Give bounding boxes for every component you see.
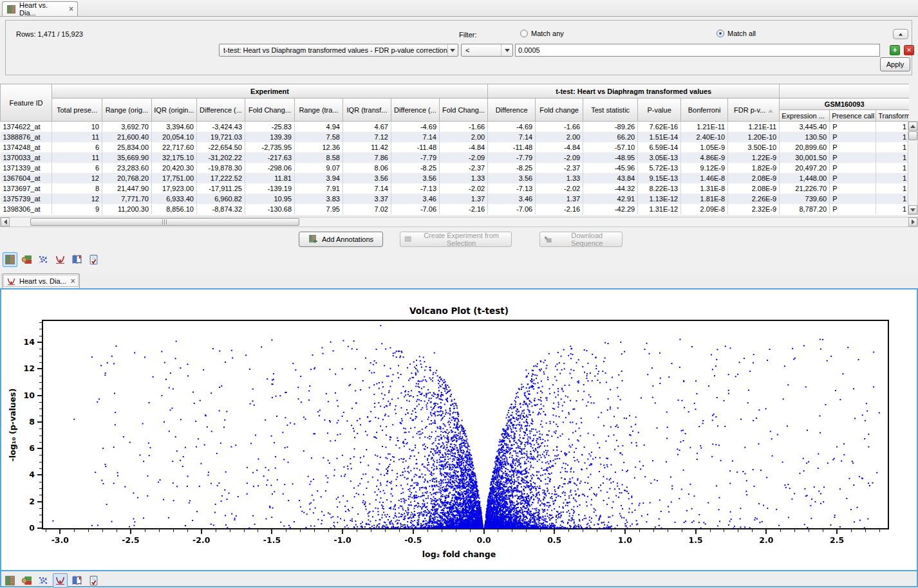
table-row[interactable]: 1374248_at625,834.0022,717.60-22,654.50-… [1,142,910,152]
vertical-scroll-thumb[interactable] [908,131,917,140]
y-major-tick [37,421,42,423]
y-tick-label: 6 [17,443,35,453]
x-minor-tick [794,529,795,532]
x-major-tick [59,529,61,534]
experiment-icon[interactable] [19,573,34,588]
history-book-icon[interactable] [70,252,84,267]
table-cell: 3.56 [488,173,536,183]
match-all-radio[interactable]: Match all [717,30,756,37]
x-tick-label: 0.0 [470,535,498,545]
volcano-plot-icon[interactable] [53,573,68,588]
scatter-plot-icon[interactable] [36,252,51,267]
x-minor-tick [145,529,145,532]
create-experiment-icon [404,235,412,244]
column-header[interactable]: Test statistic [583,98,638,122]
y-major-tick [37,342,42,343]
column-header[interactable]: Difference (... [391,98,440,122]
table-row[interactable]: 1371339_at623,283.6020,420.30-19,878.30-… [1,163,910,173]
history-book-icon[interactable] [70,573,84,588]
table-cell: -4.84 [536,142,583,152]
element-info-icon[interactable] [86,252,101,267]
column-header[interactable]: FDR p-v... [728,98,780,122]
column-header[interactable]: Transform... [876,110,909,122]
tab-volcano-plot[interactable]: Heart vs. Dia... × [2,273,80,288]
scroll-up-button[interactable] [908,122,917,131]
column-header-feature-id[interactable]: Feature ID [1,84,52,122]
apply-filter-button[interactable]: Apply [880,57,910,71]
volcano-plot-icon[interactable] [53,252,68,267]
table-row[interactable]: 1370033_at1135,669.9032,175.10-31,202.22… [1,152,910,163]
column-header[interactable]: Range (tra... [295,98,343,122]
x-major-tick [483,529,485,534]
add-filter-button[interactable]: + [890,45,900,55]
scatter-plot-icon[interactable] [36,573,51,588]
table-row[interactable]: 1388876_at1121,600.4020,054.1019,721.031… [1,132,910,142]
column-header[interactable]: Presence call [830,110,876,122]
table-vertical-scrollbar[interactable] [908,121,918,215]
table-cell: -1.66 [440,122,488,132]
table-cell: 1374622_at [1,122,52,132]
column-header[interactable]: Difference [488,98,536,122]
scroll-down-button[interactable] [908,205,917,214]
column-header[interactable]: Total prese... [52,98,102,122]
y-minor-tick [39,409,42,409]
table-row[interactable]: 1373697_at821,447.9017,923.00-17,911.25-… [1,183,910,194]
table-cell: 20,420.30 [152,163,197,173]
x-minor-tick [244,529,245,532]
tab-close-icon[interactable]: × [68,5,73,14]
volcano-scatter-canvas[interactable] [43,321,888,528]
x-minor-tick [724,529,724,532]
match-any-radio[interactable]: Match any [520,30,564,37]
table-cell: -4.69 [488,122,536,132]
collapse-filter-button[interactable] [893,29,908,39]
column-header[interactable]: P-value [638,98,681,122]
column-header[interactable]: Difference (... [197,98,245,122]
column-header[interactable]: Fold Chang... [440,98,488,122]
table-cell: 8,787.20 [780,204,830,214]
column-header[interactable]: Bonferroni [681,98,728,122]
grip-icon [162,219,168,225]
scroll-right-button[interactable] [908,217,917,226]
table-cell: 1.13E-12 [638,194,681,204]
y-minor-tick [39,376,42,376]
tab-table-view[interactable]: Heart vs. Dia... × [2,1,78,16]
column-header[interactable]: Fold change [536,98,583,122]
experiment-icon[interactable] [19,252,34,267]
column-header[interactable]: IQR (transf... [343,98,391,122]
table-cell: 5.72E-13 [638,163,681,173]
table-row[interactable]: 1367604_at1220,768.2017,751.0017,222.521… [1,173,910,183]
column-header[interactable]: IQR (origin... [152,98,197,122]
add-annotations-button[interactable]: Add Annotations [299,232,383,247]
table-cell: 7.14 [391,132,440,142]
column-header[interactable]: Range (orig... [102,98,152,122]
horizontal-scroll-thumb[interactable] [30,218,299,226]
element-info-icon[interactable] [86,573,101,588]
column-header[interactable]: Fold Chang... [245,98,295,122]
filter-operator-dropdown[interactable]: < [461,44,513,57]
table-horizontal-scrollbar[interactable] [0,217,918,227]
table-view-icon[interactable] [3,573,17,588]
y-minor-tick [39,402,42,403]
scroll-left-button[interactable] [1,217,10,226]
table-cell: 1.82E-9 [728,163,780,173]
table-row[interactable]: 1374622_at103,692.703,394.60-3,424.43-25… [1,122,910,132]
table-cell: P [830,132,876,142]
table-cell: -44.32 [583,183,638,194]
filter-panel: Rows: 1,471 / 15,923 Filter: Match any M… [5,20,912,75]
filter-value-input[interactable] [515,44,880,57]
table-row[interactable]: 1398306_at911,200.308,856.10-8,874.32-13… [1,204,910,214]
x-minor-tick [682,529,682,532]
filter-criterion-dropdown[interactable]: t-test: Heart vs Diaphragm transformed v… [219,44,458,57]
table-cell: 1 [876,204,909,214]
table-cell: P [830,173,876,183]
remove-filter-button[interactable]: ✕ [904,45,914,55]
x-minor-tick [738,529,738,532]
table-cell: 9.12E-9 [681,163,728,173]
table-cell: -7.79 [391,152,440,163]
table-row[interactable]: 1375739_at127,771.706,933.406,960.8210.9… [1,194,910,204]
column-header[interactable]: Expression ... [780,110,830,122]
x-tick-label: -2.0 [187,535,216,545]
table-cell: 7.12 [343,132,391,142]
tab-close-icon[interactable]: × [70,277,75,286]
table-view-icon[interactable] [3,252,17,267]
